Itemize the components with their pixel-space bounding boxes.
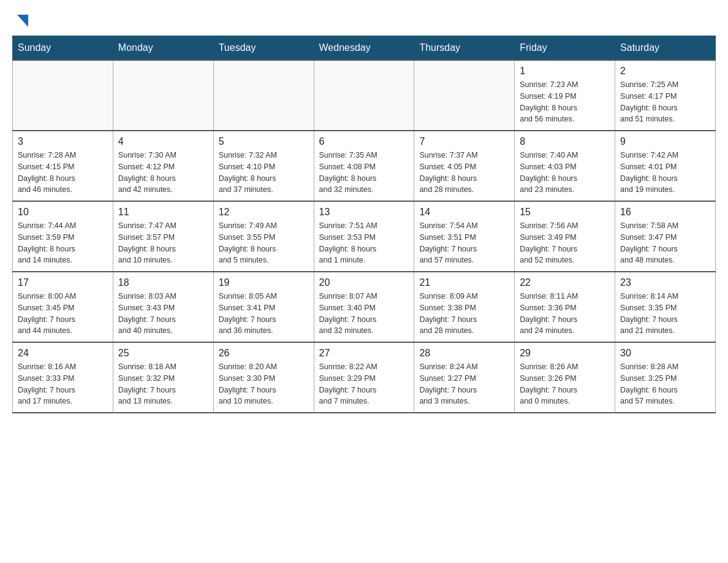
day-info: Sunrise: 7:47 AM Sunset: 3:57 PM Dayligh… xyxy=(118,220,208,266)
day-info: Sunrise: 8:18 AM Sunset: 3:32 PM Dayligh… xyxy=(118,361,208,407)
calendar-cell xyxy=(13,60,113,131)
day-number: 9 xyxy=(620,136,710,147)
day-info: Sunrise: 7:54 AM Sunset: 3:51 PM Dayligh… xyxy=(419,220,509,266)
calendar-cell: 5Sunrise: 7:32 AM Sunset: 4:10 PM Daylig… xyxy=(213,131,314,201)
day-info: Sunrise: 7:23 AM Sunset: 4:19 PM Dayligh… xyxy=(520,79,610,125)
calendar-cell: 18Sunrise: 8:03 AM Sunset: 3:43 PM Dayli… xyxy=(113,272,213,342)
calendar-cell: 30Sunrise: 8:28 AM Sunset: 3:25 PM Dayli… xyxy=(615,342,716,413)
column-header-tuesday: Tuesday xyxy=(213,36,314,61)
day-info: Sunrise: 7:40 AM Sunset: 4:03 PM Dayligh… xyxy=(520,150,610,196)
calendar-header-row: SundayMondayTuesdayWednesdayThursdayFrid… xyxy=(13,36,716,61)
day-info: Sunrise: 8:16 AM Sunset: 3:33 PM Dayligh… xyxy=(18,361,108,407)
day-info: Sunrise: 7:42 AM Sunset: 4:01 PM Dayligh… xyxy=(620,150,710,196)
day-number: 25 xyxy=(118,348,208,359)
day-number: 18 xyxy=(118,277,208,288)
calendar-cell: 27Sunrise: 8:22 AM Sunset: 3:29 PM Dayli… xyxy=(314,342,414,413)
day-number: 3 xyxy=(18,136,108,147)
week-row-1: 1Sunrise: 7:23 AM Sunset: 4:19 PM Daylig… xyxy=(13,60,716,131)
day-info: Sunrise: 8:20 AM Sunset: 3:30 PM Dayligh… xyxy=(219,361,309,407)
day-number: 27 xyxy=(319,348,409,359)
calendar-cell: 2Sunrise: 7:25 AM Sunset: 4:17 PM Daylig… xyxy=(615,60,716,131)
calendar-cell xyxy=(414,60,515,131)
day-number: 1 xyxy=(520,66,610,77)
calendar-cell: 29Sunrise: 8:26 AM Sunset: 3:26 PM Dayli… xyxy=(515,342,615,413)
day-number: 10 xyxy=(18,207,108,218)
week-row-4: 17Sunrise: 8:00 AM Sunset: 3:45 PM Dayli… xyxy=(13,272,716,342)
logo xyxy=(12,12,31,29)
day-number: 22 xyxy=(520,277,610,288)
day-number: 24 xyxy=(18,348,108,359)
day-number: 28 xyxy=(419,348,509,359)
day-number: 30 xyxy=(620,348,710,359)
day-info: Sunrise: 7:25 AM Sunset: 4:17 PM Dayligh… xyxy=(620,79,710,125)
week-row-5: 24Sunrise: 8:16 AM Sunset: 3:33 PM Dayli… xyxy=(13,342,716,413)
calendar-cell: 7Sunrise: 7:37 AM Sunset: 4:05 PM Daylig… xyxy=(414,131,515,201)
day-info: Sunrise: 8:07 AM Sunset: 3:40 PM Dayligh… xyxy=(319,291,409,337)
day-number: 14 xyxy=(419,207,509,218)
column-header-wednesday: Wednesday xyxy=(314,36,414,61)
day-info: Sunrise: 7:28 AM Sunset: 4:15 PM Dayligh… xyxy=(18,150,108,196)
day-info: Sunrise: 8:14 AM Sunset: 3:35 PM Dayligh… xyxy=(620,291,710,337)
day-number: 23 xyxy=(620,277,710,288)
calendar-cell xyxy=(314,60,414,131)
calendar-cell xyxy=(113,60,213,131)
day-info: Sunrise: 7:35 AM Sunset: 4:08 PM Dayligh… xyxy=(319,150,409,196)
column-header-monday: Monday xyxy=(113,36,213,61)
day-info: Sunrise: 8:26 AM Sunset: 3:26 PM Dayligh… xyxy=(520,361,610,407)
day-number: 26 xyxy=(219,348,309,359)
day-number: 8 xyxy=(520,136,610,147)
column-header-thursday: Thursday xyxy=(414,36,515,61)
calendar-cell: 19Sunrise: 8:05 AM Sunset: 3:41 PM Dayli… xyxy=(213,272,314,342)
day-info: Sunrise: 7:30 AM Sunset: 4:12 PM Dayligh… xyxy=(118,150,208,196)
day-info: Sunrise: 8:05 AM Sunset: 3:41 PM Dayligh… xyxy=(219,291,309,337)
day-number: 4 xyxy=(118,136,208,147)
logo-triangle-icon xyxy=(13,12,31,29)
week-row-3: 10Sunrise: 7:44 AM Sunset: 3:59 PM Dayli… xyxy=(13,201,716,272)
day-info: Sunrise: 7:32 AM Sunset: 4:10 PM Dayligh… xyxy=(219,150,309,196)
calendar-cell: 17Sunrise: 8:00 AM Sunset: 3:45 PM Dayli… xyxy=(13,272,113,342)
day-info: Sunrise: 8:03 AM Sunset: 3:43 PM Dayligh… xyxy=(118,291,208,337)
calendar-cell: 26Sunrise: 8:20 AM Sunset: 3:30 PM Dayli… xyxy=(213,342,314,413)
day-number: 5 xyxy=(219,136,309,147)
day-info: Sunrise: 7:49 AM Sunset: 3:55 PM Dayligh… xyxy=(219,220,309,266)
calendar-cell: 14Sunrise: 7:54 AM Sunset: 3:51 PM Dayli… xyxy=(414,201,515,272)
calendar-cell: 22Sunrise: 8:11 AM Sunset: 3:36 PM Dayli… xyxy=(515,272,615,342)
svg-marker-0 xyxy=(17,15,28,27)
day-number: 21 xyxy=(419,277,509,288)
column-header-saturday: Saturday xyxy=(615,36,716,61)
page-header xyxy=(12,12,716,29)
day-info: Sunrise: 8:22 AM Sunset: 3:29 PM Dayligh… xyxy=(319,361,409,407)
day-number: 16 xyxy=(620,207,710,218)
calendar-cell: 21Sunrise: 8:09 AM Sunset: 3:38 PM Dayli… xyxy=(414,272,515,342)
calendar-cell: 6Sunrise: 7:35 AM Sunset: 4:08 PM Daylig… xyxy=(314,131,414,201)
calendar-cell: 1Sunrise: 7:23 AM Sunset: 4:19 PM Daylig… xyxy=(515,60,615,131)
day-info: Sunrise: 7:51 AM Sunset: 3:53 PM Dayligh… xyxy=(319,220,409,266)
week-row-2: 3Sunrise: 7:28 AM Sunset: 4:15 PM Daylig… xyxy=(13,131,716,201)
day-info: Sunrise: 7:44 AM Sunset: 3:59 PM Dayligh… xyxy=(18,220,108,266)
calendar-cell: 12Sunrise: 7:49 AM Sunset: 3:55 PM Dayli… xyxy=(213,201,314,272)
calendar-cell: 13Sunrise: 7:51 AM Sunset: 3:53 PM Dayli… xyxy=(314,201,414,272)
day-number: 11 xyxy=(118,207,208,218)
day-number: 15 xyxy=(520,207,610,218)
calendar-cell: 3Sunrise: 7:28 AM Sunset: 4:15 PM Daylig… xyxy=(13,131,113,201)
day-info: Sunrise: 8:11 AM Sunset: 3:36 PM Dayligh… xyxy=(520,291,610,337)
calendar-cell: 23Sunrise: 8:14 AM Sunset: 3:35 PM Dayli… xyxy=(615,272,716,342)
calendar-cell: 16Sunrise: 7:58 AM Sunset: 3:47 PM Dayli… xyxy=(615,201,716,272)
calendar-cell: 8Sunrise: 7:40 AM Sunset: 4:03 PM Daylig… xyxy=(515,131,615,201)
calendar-table: SundayMondayTuesdayWednesdayThursdayFrid… xyxy=(12,36,716,413)
calendar-cell: 15Sunrise: 7:56 AM Sunset: 3:49 PM Dayli… xyxy=(515,201,615,272)
day-number: 6 xyxy=(319,136,409,147)
day-number: 17 xyxy=(18,277,108,288)
calendar-cell: 28Sunrise: 8:24 AM Sunset: 3:27 PM Dayli… xyxy=(414,342,515,413)
day-info: Sunrise: 8:28 AM Sunset: 3:25 PM Dayligh… xyxy=(620,361,710,407)
day-info: Sunrise: 7:37 AM Sunset: 4:05 PM Dayligh… xyxy=(419,150,509,196)
calendar-cell: 25Sunrise: 8:18 AM Sunset: 3:32 PM Dayli… xyxy=(113,342,213,413)
day-info: Sunrise: 7:56 AM Sunset: 3:49 PM Dayligh… xyxy=(520,220,610,266)
calendar-cell: 24Sunrise: 8:16 AM Sunset: 3:33 PM Dayli… xyxy=(13,342,113,413)
calendar-cell: 20Sunrise: 8:07 AM Sunset: 3:40 PM Dayli… xyxy=(314,272,414,342)
day-number: 7 xyxy=(419,136,509,147)
day-info: Sunrise: 8:24 AM Sunset: 3:27 PM Dayligh… xyxy=(419,361,509,407)
day-number: 19 xyxy=(219,277,309,288)
day-number: 20 xyxy=(319,277,409,288)
day-number: 2 xyxy=(620,66,710,77)
